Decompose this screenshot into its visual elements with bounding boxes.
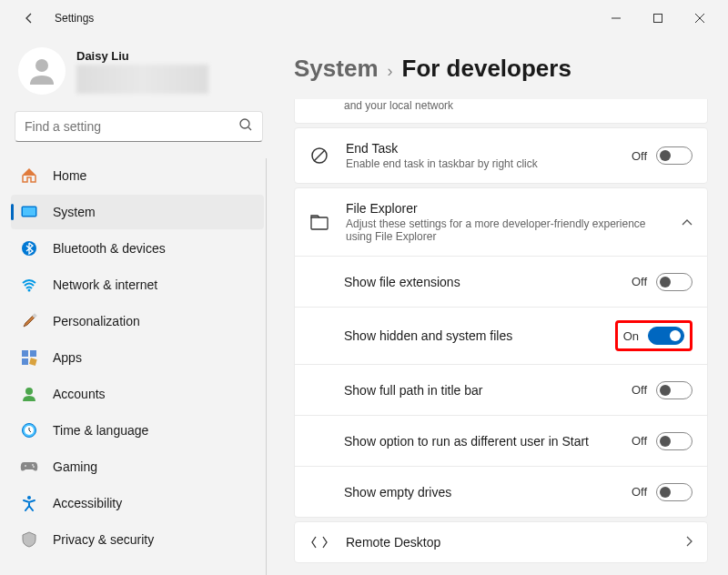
nav-bluetooth[interactable]: Bluetooth & devices — [11, 231, 264, 266]
setting-title: Show full path in title bar — [344, 383, 632, 398]
chevron-right-icon — [685, 535, 693, 550]
profile-name: Daisy Liu — [76, 49, 208, 63]
show-runas-row: Show option to run as different user in … — [294, 416, 708, 467]
clock-icon — [20, 421, 38, 439]
sidebar: Daisy Liu Home System Bluetooth & device… — [0, 36, 278, 575]
svg-point-8 — [28, 289, 31, 292]
show-extensions-row: Show file extensions Off — [294, 257, 708, 308]
svg-rect-10 — [22, 350, 28, 357]
svg-line-22 — [314, 150, 325, 161]
toggle-label: On — [623, 329, 639, 343]
toggle-label: Off — [632, 485, 647, 499]
setting-title: File Explorer — [346, 201, 672, 216]
nav-label: Home — [53, 168, 86, 183]
nav-gaming[interactable]: Gaming — [11, 449, 264, 484]
profile-section[interactable]: Daisy Liu — [11, 36, 267, 111]
svg-point-18 — [32, 464, 34, 466]
search-input[interactable] — [25, 119, 238, 134]
setting-title: Show empty drives — [344, 485, 632, 499]
nav-system[interactable]: System — [11, 195, 264, 229]
chevron-right-icon: › — [388, 62, 393, 81]
setting-title: Show hidden and system files — [344, 328, 615, 343]
nav-label: Privacy & security — [53, 532, 154, 547]
nav-label: Network & internet — [53, 277, 157, 292]
search-box[interactable] — [15, 111, 263, 142]
setting-title: End Task — [346, 141, 632, 156]
end-task-row: End Task Enable end task in taskbar by r… — [294, 127, 708, 184]
breadcrumb-current: For developers — [402, 55, 571, 83]
nav-personalization[interactable]: Personalization — [11, 304, 264, 338]
show-empty-toggle[interactable] — [656, 483, 693, 501]
accessibility-icon — [20, 494, 38, 512]
profile-email — [76, 65, 208, 94]
arrow-left-icon — [22, 11, 36, 25]
toggle-label: Off — [632, 149, 647, 163]
nav-home[interactable]: Home — [11, 158, 264, 193]
nav-accounts[interactable]: Accounts — [11, 377, 264, 411]
show-extensions-toggle[interactable] — [656, 273, 693, 291]
svg-point-20 — [27, 496, 31, 499]
svg-line-4 — [248, 127, 251, 130]
avatar — [18, 47, 66, 95]
search-icon — [238, 117, 253, 136]
show-hidden-row: Show hidden and system files On — [294, 308, 708, 365]
end-task-toggle[interactable] — [656, 146, 693, 165]
paintbrush-icon — [20, 312, 38, 330]
bluetooth-icon — [20, 239, 38, 257]
breadcrumb-parent[interactable]: System — [294, 55, 379, 83]
home-icon — [20, 166, 38, 185]
nav-label: Personalization — [53, 314, 140, 328]
truncated-desc: and your local network — [295, 99, 707, 123]
setting-title: Remote Desktop — [346, 535, 676, 550]
show-fullpath-toggle[interactable] — [656, 381, 693, 399]
back-button[interactable] — [15, 4, 44, 33]
svg-rect-23 — [311, 217, 328, 229]
wifi-icon — [20, 276, 38, 294]
nav-accessibility[interactable]: Accessibility — [11, 486, 264, 520]
show-runas-toggle[interactable] — [656, 432, 693, 450]
svg-rect-12 — [22, 358, 28, 365]
folder-icon — [309, 214, 329, 230]
nav-label: Bluetooth & devices — [53, 241, 166, 256]
toggle-label: Off — [632, 383, 647, 397]
setting-title: Show file extensions — [344, 275, 632, 289]
svg-rect-6 — [23, 207, 35, 216]
maximize-button[interactable] — [637, 4, 679, 33]
svg-point-17 — [25, 465, 26, 467]
main-content: System › For developers and your local n… — [278, 36, 728, 575]
accounts-icon — [20, 385, 38, 403]
chevron-up-icon — [682, 215, 693, 229]
close-button[interactable] — [679, 4, 721, 33]
toggle-label: Off — [632, 275, 647, 288]
nav-label: Time & language — [53, 423, 148, 438]
svg-rect-13 — [29, 358, 37, 366]
highlight-box: On — [615, 320, 693, 351]
setting-title: Show option to run as different user in … — [344, 434, 632, 449]
setting-desc: Enable end task in taskbar by right clic… — [346, 157, 632, 170]
show-hidden-toggle[interactable] — [648, 327, 684, 345]
nav-label: Apps — [53, 350, 82, 365]
svg-point-19 — [33, 466, 35, 468]
show-fullpath-row: Show full path in title bar Off — [294, 365, 708, 416]
prohibit-icon — [309, 146, 329, 165]
breadcrumb: System › For developers — [294, 36, 708, 99]
nav-list: Home System Bluetooth & devices Network … — [11, 158, 267, 575]
minimize-button[interactable] — [595, 4, 637, 33]
show-empty-row: Show empty drives Off — [294, 467, 708, 518]
shield-icon — [20, 530, 38, 549]
nav-time[interactable]: Time & language — [11, 413, 264, 448]
svg-point-2 — [35, 59, 48, 72]
window-controls — [595, 4, 721, 33]
nav-apps[interactable]: Apps — [11, 340, 264, 375]
nav-privacy[interactable]: Privacy & security — [11, 522, 264, 557]
apps-icon — [20, 348, 38, 367]
user-icon — [25, 54, 59, 88]
nav-label: Accessibility — [53, 496, 122, 510]
nav-network[interactable]: Network & internet — [11, 267, 264, 302]
svg-rect-11 — [30, 350, 36, 357]
toggle-label: Off — [632, 434, 647, 448]
nav-label: System — [53, 205, 96, 219]
file-explorer-header[interactable]: File Explorer Adjust these settings for … — [294, 187, 708, 257]
remote-desktop-row[interactable]: Remote Desktop — [294, 521, 708, 563]
titlebar: Settings — [0, 0, 728, 36]
